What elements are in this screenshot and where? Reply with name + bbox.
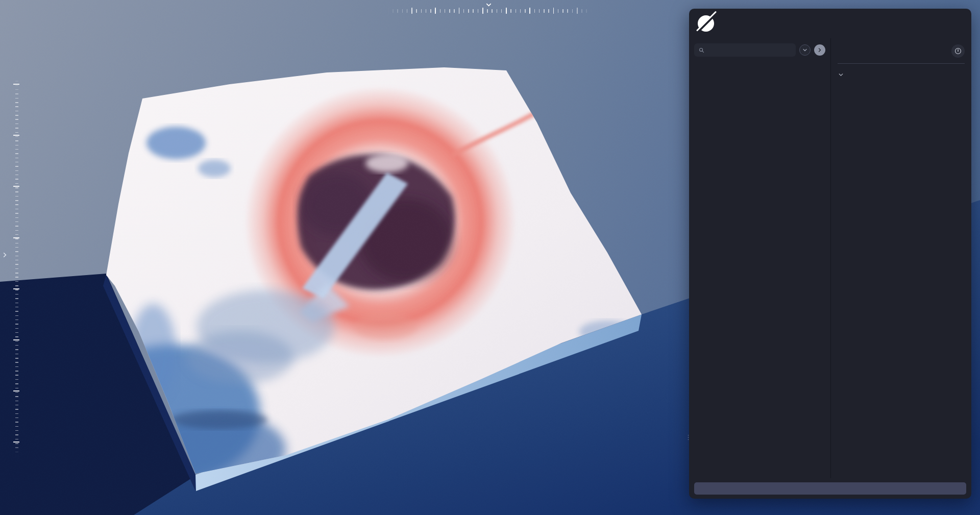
compass[interactable] (388, 1, 592, 28)
section-collapse-icon[interactable] (838, 71, 844, 78)
search-icon (698, 47, 705, 54)
settings-enable-button[interactable] (951, 44, 965, 58)
status-bar (694, 482, 966, 495)
compass-ticks-major (388, 8, 592, 14)
search-prev-button[interactable] (799, 44, 811, 56)
search-box[interactable] (694, 43, 796, 57)
search-input[interactable] (708, 46, 792, 54)
scene-tree-panel (689, 38, 831, 478)
app-logo (696, 13, 716, 34)
panel-header (689, 9, 971, 38)
search-next-button[interactable] (814, 44, 825, 56)
elevation-ticks-major (13, 84, 19, 443)
panel-expand-handle[interactable] (1, 251, 9, 261)
right-panel (689, 9, 971, 499)
settings-panel (831, 38, 971, 478)
